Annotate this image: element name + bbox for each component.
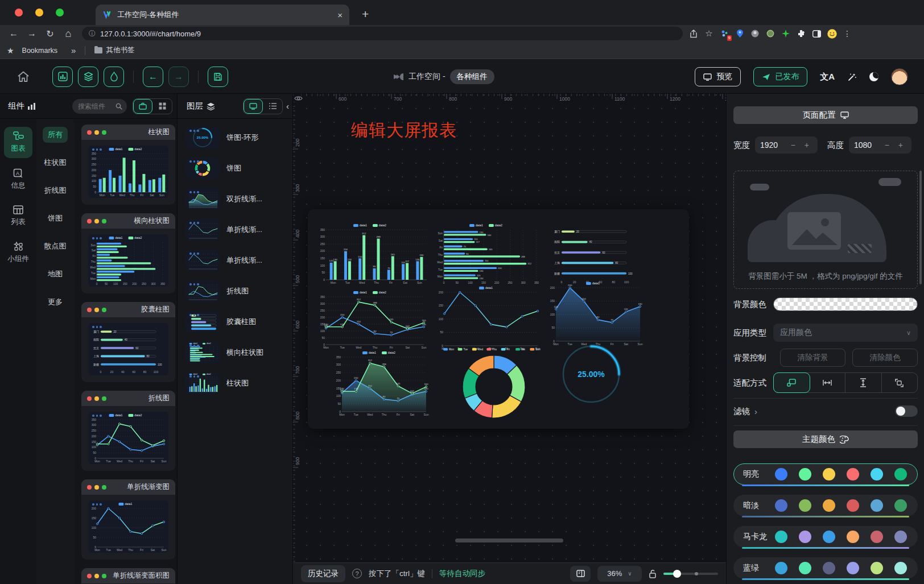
layers-view-list-button[interactable] [263,99,282,114]
layer-item[interactable]: 饼图 [185,158,287,179]
chevron-right-icon[interactable]: › [754,407,757,416]
view-mode-grid-button[interactable] [152,99,172,114]
browser-menu-icon[interactable]: ⋮ [842,28,852,39]
fit-mode-height-button[interactable] [845,373,882,392]
site-info-icon[interactable]: ⓘ [89,29,96,39]
theme-color-dot[interactable] [871,499,883,512]
workspace-name-pill[interactable]: 各种组件 [450,69,494,84]
theme-color-dot[interactable] [799,531,811,543]
theme-color-dot[interactable] [823,468,835,481]
bookmarks-star-icon[interactable]: ★ [7,46,14,55]
forward-icon[interactable]: → [23,28,41,39]
component-card[interactable]: 柱状图 data1data2050100150200250300350MonTu… [81,125,175,205]
component-card[interactable]: 单折线渐变面积图 data1050100150200MonTueWedThuFr… [81,568,175,584]
extension-icon-ball[interactable] [750,28,760,39]
double-line-gradient-area[interactable]: data1data2050100150200250300350120200150… [333,349,431,417]
theme-color-dot[interactable] [894,499,907,512]
extensions-puzzle-icon[interactable] [796,28,806,39]
history-button[interactable]: 历史记录 [301,565,345,582]
close-window-button[interactable] [15,9,23,16]
home-icon[interactable] [17,71,30,82]
theme-color-dot[interactable] [847,468,859,481]
search-input[interactable] [77,102,113,111]
theme-color-dot[interactable] [775,499,787,512]
ring-progress[interactable]: 25.00% [559,341,623,407]
horizontal-bar-chart[interactable]: data1data2050100150200250300350120200150… [435,222,542,285]
theme-color-dot[interactable] [847,499,859,512]
extension-icon-star[interactable] [781,28,791,39]
page-config-header[interactable]: 页面配置 [733,106,918,124]
sidebar-tab-2[interactable]: A信息 [4,164,32,195]
category-item[interactable]: 更多 [43,294,68,310]
extension-icon-ring[interactable] [765,28,776,39]
category-item[interactable]: 柱状图 [39,155,72,171]
single-line-gradient-area[interactable]: data10501001502001202001508070110130MonT… [547,280,645,347]
layer-item[interactable]: data1data2 柱状图 [185,372,287,394]
bookmarks-root[interactable]: Bookmarks [18,45,63,56]
theme-color-dot[interactable] [799,468,811,481]
single-line-gradient[interactable]: data1050100150200MonTueWedThuFriSatSun [435,284,542,351]
component-card[interactable]: 折线图 data1data2050100150200250300350MonTu… [81,391,175,471]
height-stepper[interactable]: 1080 − + [849,136,911,154]
theme-row-暗淡[interactable]: 暗淡 [733,495,918,516]
layer-item[interactable]: 折线图 [185,280,287,302]
filter-toggle[interactable] [895,405,918,417]
zoom-slider[interactable] [663,573,718,575]
url-input[interactable]: ⓘ 127.0.0.1:3000/#/chart/home/9 [82,27,683,40]
width-value[interactable]: 1920 [760,140,778,150]
reload-icon[interactable]: ↻ [41,28,59,39]
theme-color-dot[interactable] [823,499,835,512]
canvas-title-text[interactable]: 编辑大屏报表 [351,119,457,142]
component-card[interactable]: 横向柱状图 data1data2050100150200250300350Mon… [81,213,175,293]
extension-icon-pin[interactable] [735,28,745,39]
theme-color-dot[interactable] [775,468,787,481]
canvas-horizontal-scrollbar[interactable] [455,539,563,542]
theme-color-dot[interactable] [823,562,835,574]
share-icon[interactable] [688,28,699,39]
app-type-select[interactable]: 应用颜色 ∨ [773,324,918,342]
theme-color-dot[interactable] [871,468,883,481]
fit-mode-stretch-button[interactable] [882,373,918,392]
clear-background-button[interactable]: 清除背景 [780,349,845,367]
theme-color-dot[interactable] [775,562,787,574]
home-icon[interactable]: ⌂ [59,28,77,40]
component-card[interactable]: 胶囊柱图 厦门20南阳40北京60上海80新疆100020406080100 [81,302,175,382]
zoom-slider-handle[interactable] [673,570,681,578]
profile-avatar-icon[interactable] [827,28,837,39]
component-search[interactable] [72,99,127,114]
theme-color-dot[interactable] [894,531,907,543]
height-value[interactable]: 1080 [854,140,872,150]
clear-color-button[interactable]: 清除颜色 [852,349,918,367]
theme-color-dot[interactable] [847,531,859,543]
line-chart[interactable]: data1data2050100150200250300350120200150… [317,289,428,350]
layers-panel-toggle-button[interactable] [78,67,98,87]
lock-icon[interactable] [649,569,657,578]
magic-wand-icon[interactable] [847,72,857,82]
theme-color-dot[interactable] [799,499,811,512]
other-bookmarks[interactable]: 其他书签 [90,44,139,57]
help-icon[interactable]: ? [352,569,362,578]
theme-row-明亮[interactable]: 明亮 [733,463,918,485]
preview-button[interactable]: 预览 [695,67,741,86]
redo-button[interactable]: → [168,67,189,87]
tab-close-icon[interactable]: × [337,10,343,20]
theme-color-dot[interactable] [847,562,859,574]
layers-view-thumbnail-button[interactable] [244,99,263,114]
zoom-window-button[interactable] [56,9,64,16]
category-item[interactable]: 折线图 [39,183,72,198]
category-item[interactable]: 所有 [43,127,68,143]
category-item[interactable]: 饼图 [43,210,68,226]
fit-mode-auto-button[interactable] [773,372,810,393]
bookmark-star-icon[interactable]: ☆ [704,28,714,39]
component-card[interactable]: 单折线渐变图 data1050100150200MonTueWedThuFriS… [81,479,175,560]
dark-mode-toggle-icon[interactable] [869,72,878,81]
zoom-level-dropdown[interactable]: 36% ∨ [597,566,642,582]
layer-item[interactable]: 胶囊柱图 [185,311,287,333]
charts-panel-toggle-button[interactable] [52,67,73,87]
back-icon[interactable]: ← [5,28,23,39]
layout-toggle-button[interactable] [570,566,591,582]
window-controls[interactable] [15,9,64,16]
theme-row-马卡龙[interactable]: 马卡龙 [733,526,918,548]
fit-mode-width-button[interactable] [810,373,846,392]
new-tab-button[interactable]: + [362,7,369,22]
